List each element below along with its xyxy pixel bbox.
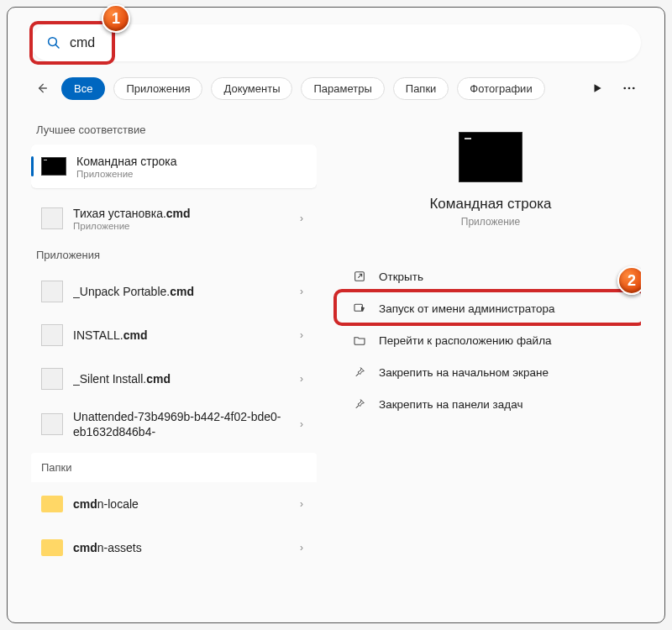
chevron-right-icon: › <box>297 213 307 224</box>
preview-app-icon <box>459 132 522 182</box>
annotation-badge-2: 2 <box>617 266 641 295</box>
action-label: Перейти к расположению файла <box>379 334 552 347</box>
svg-line-1 <box>55 45 59 48</box>
chevron-right-icon: › <box>297 498 307 510</box>
filter-photos[interactable]: Фотографии <box>457 77 544 100</box>
list-item[interactable]: cmdn-assets › <box>31 526 317 570</box>
file-icon <box>41 413 63 435</box>
back-button[interactable] <box>31 77 53 99</box>
svg-point-5 <box>633 87 635 90</box>
action-open[interactable]: Открыть <box>340 261 641 291</box>
svg-point-4 <box>628 87 631 90</box>
result-title: cmdn-assets <box>73 540 286 555</box>
list-item[interactable]: _Silent Install.cmd › <box>31 357 317 401</box>
list-item[interactable]: INSTALL.cmd › <box>31 313 317 357</box>
file-icon <box>41 281 63 302</box>
file-icon <box>41 324 63 346</box>
results-column: Лучшее соответствие Командная строка При… <box>31 115 317 606</box>
filter-docs[interactable]: Документы <box>211 77 292 100</box>
result-title: Unattended-73b4969b-b442-4f02-bde0-eb163… <box>73 409 286 439</box>
filter-row: Все Приложения Документы Параметры Папки… <box>31 76 641 100</box>
more-icon[interactable] <box>617 76 641 100</box>
preview-column: Командная строка Приложение Открыть Запу… <box>340 115 641 606</box>
action-label: Закрепить на панели задач <box>379 398 522 411</box>
result-title: _Unpack Portable.cmd <box>73 284 286 299</box>
result-title: cmdn-locale <box>73 496 286 512</box>
list-item[interactable]: _Unpack Portable.cmd › <box>31 270 317 313</box>
result-title: Тихая установка.cmd <box>73 206 286 221</box>
pin-icon <box>352 396 367 412</box>
pin-icon <box>352 365 367 380</box>
action-label: Открыть <box>379 270 423 283</box>
chevron-right-icon: › <box>297 418 307 430</box>
result-subtitle: Приложение <box>73 221 286 231</box>
filter-all[interactable]: Все <box>61 77 105 100</box>
svg-rect-7 <box>354 304 362 311</box>
result-title: _Silent Install.cmd <box>73 371 286 386</box>
open-icon <box>352 269 367 284</box>
cmd-icon <box>41 157 66 176</box>
actions-list: Открыть Запуск от имени администратора 2… <box>340 261 641 419</box>
result-subtitle: Приложение <box>76 169 307 179</box>
chevron-right-icon: › <box>297 286 307 297</box>
folder-open-icon <box>352 333 367 348</box>
search-input[interactable] <box>70 35 626 50</box>
action-label: Закрепить на начальном экране <box>379 366 549 379</box>
list-item[interactable]: Unattended-73b4969b-b442-4f02-bde0-eb163… <box>31 401 317 448</box>
folder-icon <box>41 496 63 512</box>
svg-point-3 <box>623 87 626 90</box>
filter-folders[interactable]: Папки <box>393 77 449 100</box>
chevron-right-icon: › <box>297 542 307 554</box>
result-cmd-app[interactable]: Командная строка Приложение <box>31 144 317 188</box>
annotation-badge-1: 1 <box>102 4 130 33</box>
play-icon[interactable] <box>585 76 609 100</box>
file-icon <box>41 207 63 229</box>
section-best-match: Лучшее соответствие <box>31 115 317 144</box>
action-open-location[interactable]: Перейти к расположению файла <box>340 325 641 355</box>
shield-icon <box>352 301 367 316</box>
search-icon <box>46 35 61 50</box>
action-label: Запуск от имени администратора <box>379 302 555 315</box>
result-title: INSTALL.cmd <box>73 328 286 343</box>
filter-apps[interactable]: Приложения <box>113 77 202 100</box>
section-folders: Папки <box>31 453 317 482</box>
list-item[interactable]: cmdn-locale › <box>31 482 317 526</box>
result-silent-install[interactable]: Тихая установка.cmd Приложение › <box>31 197 317 240</box>
folder-icon <box>41 539 63 556</box>
preview-title: Командная строка <box>429 196 551 213</box>
action-pin-taskbar[interactable]: Закрепить на панели задач <box>340 389 641 419</box>
action-pin-start[interactable]: Закрепить на начальном экране <box>340 357 641 387</box>
preview-subtitle: Приложение <box>461 216 520 228</box>
search-panel: 1 Все Приложения Документы Параметры Пап… <box>7 7 665 623</box>
chevron-right-icon: › <box>297 373 307 385</box>
file-icon <box>41 368 63 390</box>
result-title: Командная строка <box>76 154 307 169</box>
content-area: Лучшее соответствие Командная строка При… <box>31 115 641 606</box>
action-run-as-admin[interactable]: Запуск от имени администратора <box>340 293 641 323</box>
filter-params[interactable]: Параметры <box>301 77 384 100</box>
chevron-right-icon: › <box>297 329 307 341</box>
section-apps: Приложения <box>31 240 317 270</box>
search-row: 1 <box>31 24 641 61</box>
